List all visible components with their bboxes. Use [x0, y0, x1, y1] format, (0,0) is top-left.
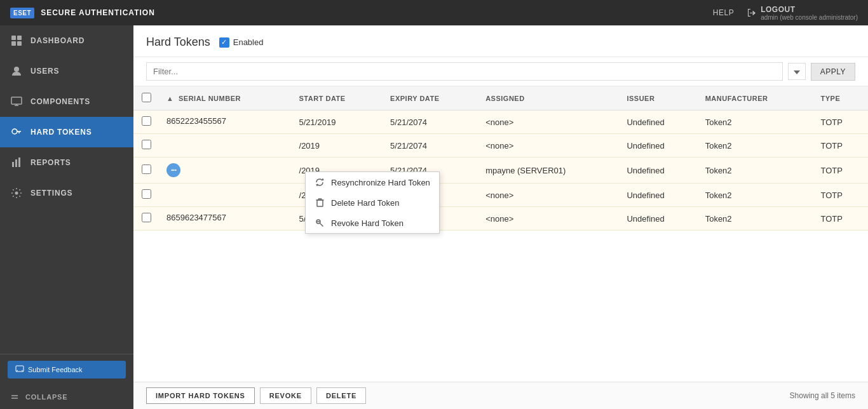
main-layout: DASHBOARD USERS COMPONENTS	[0, 25, 868, 409]
content-area: Hard Tokens Enabled APPLY	[133, 25, 868, 409]
col-manufacturer-label: MANUFACTURER	[705, 95, 768, 102]
user-icon	[10, 65, 23, 77]
table-header-row: ▲ SERIAL NUMBER START DATE EXPIRY DATE A…	[133, 86, 868, 111]
row-checkbox-cell	[133, 184, 159, 207]
context-revoke-label: Revoke Hard Token	[331, 218, 403, 228]
table-row: /20195/21/2074<none>UndefinedToken2TOTP	[133, 184, 868, 207]
sidebar-item-components[interactable]: COMPONENTS	[0, 86, 133, 117]
table-body: 86522234555675/21/20195/21/2074<none>Und…	[133, 111, 868, 231]
monitor-icon	[10, 95, 23, 108]
page-title: Hard Tokens	[146, 36, 210, 49]
row-action-button[interactable]: ···	[166, 163, 180, 177]
col-type[interactable]: TYPE	[813, 86, 868, 111]
col-type-label: TYPE	[820, 95, 840, 102]
apply-button[interactable]: APPLY	[811, 63, 855, 81]
footer-status: Showing all 5 items	[790, 391, 855, 400]
delete-button[interactable]: DELETE	[316, 387, 366, 404]
collapse-icon	[10, 392, 19, 401]
context-menu: Resynchronize Hard Token Delete Hard Tok…	[305, 171, 440, 234]
filter-bar: APPLY	[133, 57, 868, 86]
gear-icon	[10, 187, 23, 199]
sidebar: DASHBOARD USERS COMPONENTS	[0, 25, 133, 409]
row-checkbox[interactable]	[142, 189, 151, 199]
grid-icon	[10, 34, 23, 47]
submit-feedback-button[interactable]: Submit Feedback	[8, 361, 126, 379]
col-serial-label: SERIAL NUMBER	[179, 95, 241, 102]
trash-icon	[315, 198, 325, 208]
svg-point-10	[15, 192, 18, 195]
page-footer: IMPORT HARD TOKENS REVOKE DELETE Showing…	[133, 382, 868, 409]
sidebar-item-users[interactable]: USERS	[0, 56, 133, 86]
revoke-button[interactable]: REVOKE	[260, 387, 311, 404]
col-start-label: START DATE	[299, 95, 346, 102]
row-checkbox[interactable]	[142, 116, 151, 126]
expiry-date-value: 5/21/2074	[383, 111, 478, 134]
header-right: HELP LOGOUT admin (web console administr…	[713, 5, 858, 21]
hard-tokens-table: ▲ SERIAL NUMBER START DATE EXPIRY DATE A…	[133, 86, 868, 231]
table-wrapper: ▲ SERIAL NUMBER START DATE EXPIRY DATE A…	[133, 86, 868, 382]
enabled-toggle[interactable]: Enabled	[219, 37, 264, 48]
manufacturer-value: Token2	[698, 134, 813, 158]
assigned-value: <none>	[478, 207, 619, 231]
svg-rect-7	[12, 162, 14, 167]
assigned-value: mpayne (SERVER01)	[478, 158, 619, 184]
submit-feedback-label: Submit Feedback	[28, 366, 83, 373]
sidebar-item-reports[interactable]: REPORTS	[0, 147, 133, 178]
issuer-value: Undefined	[619, 134, 697, 158]
context-delete-label: Delete Hard Token	[331, 198, 399, 208]
col-expiry-label: EXPIRY DATE	[390, 95, 439, 102]
filter-input[interactable]	[146, 62, 783, 81]
sidebar-item-settings[interactable]: SETTINGS	[0, 178, 133, 208]
logout-section: LOGOUT admin (web console administrator)	[747, 5, 858, 21]
collapse-button[interactable]: COLLAPSE	[0, 385, 133, 409]
svg-rect-2	[11, 41, 16, 46]
context-delete[interactable]: Delete Hard Token	[306, 192, 439, 213]
manufacturer-value: Token2	[698, 184, 813, 207]
sync-icon	[315, 177, 325, 187]
type-value: TOTP	[813, 158, 868, 184]
sidebar-label-hard-tokens: HARD TOKENS	[31, 128, 92, 137]
svg-rect-5	[11, 97, 22, 104]
filter-dropdown-button[interactable]	[788, 63, 806, 80]
footer-actions: IMPORT HARD TOKENS REVOKE DELETE	[146, 387, 366, 404]
enabled-label: Enabled	[233, 37, 264, 47]
col-start-date[interactable]: START DATE	[292, 86, 383, 111]
row-checkbox[interactable]	[142, 164, 151, 174]
context-revoke[interactable]: Revoke Hard Token	[306, 213, 439, 233]
type-value: TOTP	[813, 111, 868, 134]
sidebar-item-hard-tokens[interactable]: HARD TOKENS	[0, 117, 133, 147]
sidebar-bottom: Submit Feedback COLLAPSE	[0, 354, 133, 409]
serial-number-value: 8652223455567	[166, 116, 226, 126]
manufacturer-value: Token2	[698, 111, 813, 134]
logout-label[interactable]: LOGOUT	[761, 5, 858, 14]
row-checkbox[interactable]	[142, 213, 151, 222]
help-link[interactable]: HELP	[713, 8, 734, 17]
enabled-checkbox-icon	[219, 37, 229, 48]
col-assigned[interactable]: ASSIGNED	[478, 86, 619, 111]
row-checkbox[interactable]	[142, 140, 151, 149]
col-assigned-label: ASSIGNED	[485, 95, 524, 102]
assigned-value: <none>	[478, 184, 619, 207]
sidebar-item-dashboard[interactable]: DASHBOARD	[0, 25, 133, 56]
col-manufacturer[interactable]: MANUFACTURER	[698, 86, 813, 111]
svg-point-6	[12, 129, 17, 134]
type-value: TOTP	[813, 207, 868, 231]
import-hard-tokens-button[interactable]: IMPORT HARD TOKENS	[146, 387, 255, 404]
app-title: SECURE AUTHENTICATION	[41, 8, 155, 17]
serial-number-value: 8659623477567	[166, 213, 226, 222]
row-checkbox-cell	[133, 111, 159, 134]
context-resync[interactable]: Resynchronize Hard Token	[306, 172, 439, 192]
issuer-value: Undefined	[619, 111, 697, 134]
table-row: 86522234555675/21/20195/21/2074<none>Und…	[133, 111, 868, 134]
admin-label: admin (web console administrator)	[761, 14, 858, 21]
col-expiry-date[interactable]: EXPIRY DATE	[383, 86, 478, 111]
table-row: /20195/21/2074<none>UndefinedToken2TOTP	[133, 134, 868, 158]
assigned-value: <none>	[478, 111, 619, 134]
select-all-checkbox[interactable]	[142, 93, 151, 102]
header-left: ESET SECURE AUTHENTICATION	[10, 8, 155, 18]
table-row: 86596234775675/21/20195/21/2074<none>Und…	[133, 207, 868, 231]
start-date-value: /2019	[292, 134, 383, 158]
col-serial-number[interactable]: ▲ SERIAL NUMBER	[159, 86, 292, 111]
col-issuer[interactable]: ISSUER	[619, 86, 697, 111]
chevron-down-icon	[794, 70, 800, 74]
